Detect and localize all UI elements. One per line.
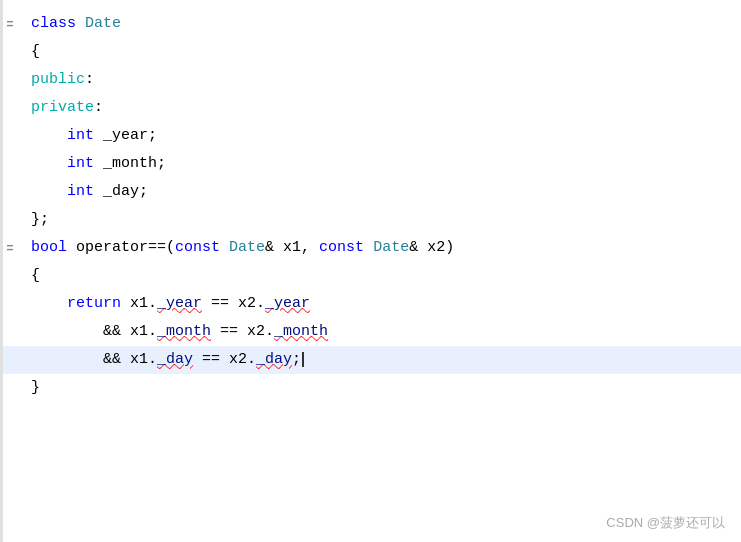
fold-indicator[interactable]: = [3,234,17,262]
line-content: class Date [11,10,121,38]
line-content: && x1._month == x2._month [11,318,328,346]
code-line: return x1._year == x2._year [3,290,741,318]
code-line: int _day; [3,178,741,206]
text-cursor [302,352,304,367]
line-content: int _day; [11,178,148,206]
code-line: int _month; [3,150,741,178]
line-content: int _month; [11,150,166,178]
line-content: int _year; [11,122,157,150]
code-line: && x1._month == x2._month [3,318,741,346]
line-content: public: [11,66,94,94]
code-line: int _year; [3,122,741,150]
code-line: }; [3,206,741,234]
watermark: CSDN @菠萝还可以 [606,514,725,532]
lines-container: =class Date{public:private: int _year; i… [3,10,741,402]
code-line: =bool operator==(const Date& x1, const D… [3,234,741,262]
code-line: } [3,374,741,402]
code-line: { [3,262,741,290]
line-content: return x1._year == x2._year [11,290,310,318]
code-line: =class Date [3,10,741,38]
line-content: { [11,38,40,66]
code-line: && x1._day == x2._day; [3,346,741,374]
line-content: } [11,374,40,402]
line-content: }; [11,206,49,234]
line-content: && x1._day == x2._day; [11,346,304,374]
line-content: private: [11,94,103,122]
code-line: { [3,38,741,66]
line-content: bool operator==(const Date& x1, const Da… [11,234,454,262]
code-line: private: [3,94,741,122]
fold-indicator[interactable]: = [3,10,17,38]
code-editor: =class Date{public:private: int _year; i… [0,0,741,542]
line-content: { [11,262,40,290]
code-line: public: [3,66,741,94]
